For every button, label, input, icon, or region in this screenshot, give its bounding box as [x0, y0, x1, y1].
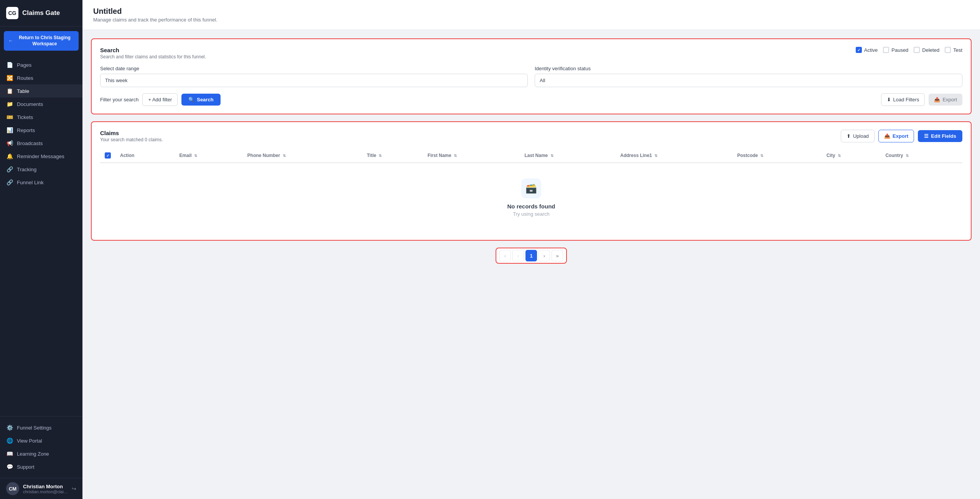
checkbox-active[interactable] [856, 47, 862, 53]
sort-icon: ⇅ [194, 154, 197, 158]
filter-left: Filter your search + Add filter 🔍 Search [100, 93, 221, 106]
logout-icon[interactable]: ↪ [72, 486, 76, 492]
sidebar-item-label: Broadcasts [17, 140, 43, 146]
status-filter-deleted[interactable]: Deleted [914, 47, 939, 53]
pagination-first-button[interactable]: « [499, 250, 511, 261]
filter-row: Filter your search + Add filter 🔍 Search… [100, 93, 962, 106]
sidebar-item-label: Reports [17, 127, 35, 133]
sort-icon: ⇅ [550, 154, 553, 158]
sidebar-item-funnel-settings[interactable]: ⚙️Funnel Settings [0, 421, 82, 434]
identity-select[interactable]: All [535, 74, 962, 87]
filter-right: ⬇ Load Filters 📤 Export [881, 93, 963, 106]
sidebar-item-tracking[interactable]: 🔗Tracking [0, 163, 82, 176]
sort-icon: ⇅ [906, 154, 909, 158]
status-filter-label: Paused [891, 47, 908, 53]
broadcasts-icon: 📢 [6, 140, 13, 146]
date-range-group: Select date range This week [100, 66, 528, 87]
checkbox-paused[interactable] [883, 47, 889, 53]
sidebar-item-label: Documents [17, 101, 43, 107]
sidebar-item-label: Learning Zone [17, 451, 49, 457]
sidebar-item-routes[interactable]: 🔀Routes [0, 71, 82, 84]
reports-icon: 📊 [6, 127, 13, 133]
th-country: Country ⇅ [881, 149, 962, 163]
sidebar-item-label: Funnel Link [17, 180, 44, 185]
learning-zone-icon: 📖 [6, 451, 13, 457]
sidebar-item-label: Reminder Messages [17, 154, 64, 159]
status-filter-label: Active [864, 47, 878, 53]
pagination: « ‹ 1 › » [496, 248, 567, 264]
status-filter-label: Test [953, 47, 962, 53]
sidebar-item-table[interactable]: 📋Table [0, 84, 82, 97]
sidebar-item-documents[interactable]: 📁Documents [0, 97, 82, 111]
pagination-last-button[interactable]: » [552, 250, 563, 261]
load-filters-button[interactable]: ⬇ Load Filters [881, 93, 925, 106]
upload-button[interactable]: ⬆ Upload [841, 130, 875, 142]
sidebar-item-learning-zone[interactable]: 📖Learning Zone [0, 447, 82, 460]
checkbox-deleted[interactable] [914, 47, 920, 53]
sidebar-nav: 📄Pages🔀Routes📋Table📁Documents🎫Tickets📊Re… [0, 55, 82, 416]
export-button[interactable]: 📤 Export [878, 130, 914, 142]
no-records-icon: 🗃️ [521, 178, 541, 198]
documents-icon: 📁 [6, 101, 13, 107]
th-postcode: Postcode ⇅ [733, 149, 822, 163]
sidebar-item-view-portal[interactable]: 🌐View Portal [0, 434, 82, 447]
app-name: Claims Gate [22, 9, 60, 17]
edit-fields-button[interactable]: ☰ Edit Fields [918, 130, 962, 142]
date-range-select[interactable]: This week [100, 74, 528, 87]
checkbox-test[interactable] [945, 47, 951, 53]
claims-subtitle: Your search matched 0 claims. [100, 137, 163, 142]
th-title: Title ⇅ [362, 149, 423, 163]
claims-title-group: Claims Your search matched 0 claims. [100, 130, 163, 142]
view-portal-icon: 🌐 [6, 438, 13, 444]
sort-icon: ⇅ [379, 154, 382, 158]
sidebar-item-label: Tickets [17, 114, 33, 120]
no-records: 🗃️ No records found Try using search [100, 163, 962, 232]
tickets-icon: 🎫 [6, 114, 13, 120]
add-filter-button[interactable]: + Add filter [142, 93, 178, 106]
sort-icon: ⇅ [283, 154, 286, 158]
sort-icon: ⇅ [454, 154, 457, 158]
sidebar-item-broadcasts[interactable]: 📢Broadcasts [0, 137, 82, 150]
search-title: Search [100, 47, 206, 53]
logo-icon: CG [6, 7, 18, 19]
avatar: CM [6, 482, 19, 495]
identity-label: Identity verification status [535, 66, 962, 71]
pagination-prev-button[interactable]: ‹ [512, 250, 524, 261]
user-profile[interactable]: CM Christian Morton christian.morton@cla… [0, 478, 82, 499]
pages-icon: 📄 [6, 62, 13, 68]
pagination-page-1-button[interactable]: 1 [525, 250, 537, 261]
sidebar-item-label: View Portal [17, 438, 42, 444]
pagination-next-button[interactable]: › [539, 250, 550, 261]
th-address-line1: Address Line1 ⇅ [616, 149, 733, 163]
sidebar-item-label: Pages [17, 62, 31, 68]
search-button[interactable]: 🔍 Search [181, 94, 220, 106]
search-subtitle: Search and filter claims and statistics … [100, 54, 206, 59]
no-records-title: No records found [507, 203, 555, 210]
th-checkbox [100, 149, 115, 163]
status-filter-paused[interactable]: Paused [883, 47, 908, 53]
sidebar-item-reports[interactable]: 📊Reports [0, 124, 82, 137]
sidebar-item-label: Tracking [17, 167, 36, 172]
main-body: Search Search and filter claims and stat… [82, 30, 980, 272]
identity-group: Identity verification status All [535, 66, 962, 87]
claims-title: Claims [100, 130, 163, 136]
page-subtitle: Manage claims and track the performance … [93, 17, 969, 23]
tracking-icon: 🔗 [6, 166, 13, 172]
sidebar-item-support[interactable]: 💬Support [0, 460, 82, 473]
claims-table: ActionEmail ⇅Phone Number ⇅Title ⇅First … [100, 149, 962, 232]
sidebar-item-funnel-link[interactable]: 🔗Funnel Link [0, 176, 82, 189]
return-to-workspace-button[interactable]: ← Return to Chris Staging Workspace [4, 31, 79, 51]
pagination-container: « ‹ 1 › » [91, 248, 972, 264]
sidebar-item-label: Table [17, 88, 29, 94]
status-filter-active[interactable]: Active [856, 47, 878, 53]
select-all-checkbox[interactable] [105, 152, 111, 159]
status-filter-test[interactable]: Test [945, 47, 962, 53]
sidebar-item-label: Funnel Settings [17, 425, 51, 431]
export-search-button[interactable]: 📤 Export [929, 94, 962, 106]
sidebar-item-reminder-messages[interactable]: 🔔Reminder Messages [0, 150, 82, 163]
sidebar-item-pages[interactable]: 📄Pages [0, 58, 82, 71]
sidebar-item-tickets[interactable]: 🎫Tickets [0, 111, 82, 124]
sidebar-logo: CG Claims Gate [0, 0, 82, 26]
status-filter-label: Deleted [922, 47, 939, 53]
th-phone-number: Phone Number ⇅ [243, 149, 362, 163]
